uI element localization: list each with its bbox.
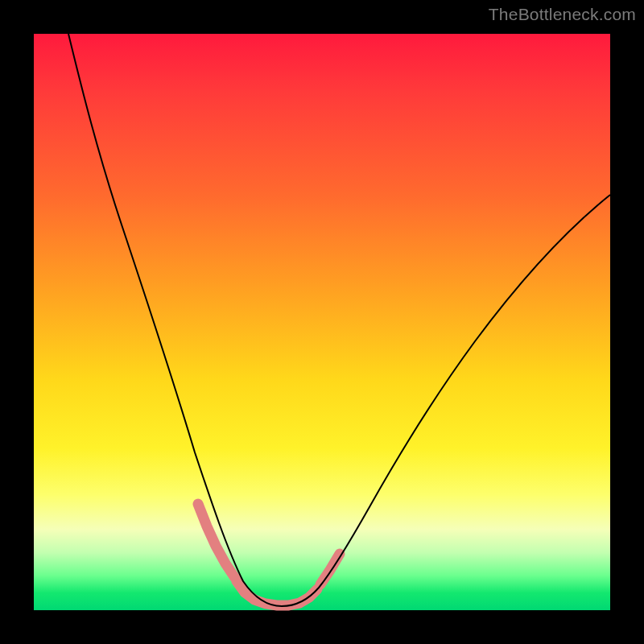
curve-svg	[34, 34, 610, 610]
watermark-text: TheBottleneck.com	[489, 5, 636, 24]
plot-area	[34, 34, 610, 610]
chart-frame: TheBottleneck.com	[0, 0, 644, 644]
highlight-right	[320, 554, 340, 584]
highlight-group	[198, 504, 340, 605]
bottleneck-curve	[68, 34, 610, 606]
highlight-valley	[237, 581, 317, 605]
